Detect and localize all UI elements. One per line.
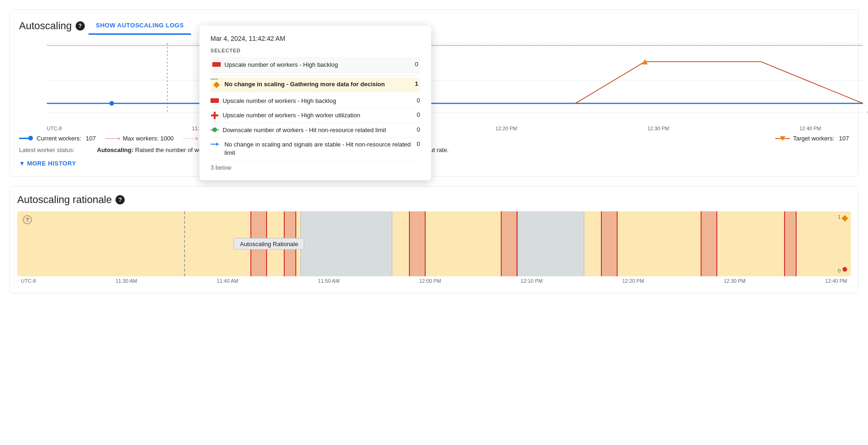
tooltip-item-0-content: Upscale number of workers - High backlog	[212, 61, 409, 69]
svg-rect-18	[213, 82, 220, 88]
rationale-chart: ? Autoscaling Rationale 1 0	[17, 211, 851, 276]
red-cross-icon	[211, 111, 219, 120]
svg-point-23	[212, 127, 217, 132]
target-workers-value: 107	[839, 135, 849, 142]
rationale-axis-utc: UTC-8	[21, 278, 36, 284]
rationale-axis-1210: 12:10 PM	[521, 278, 542, 284]
svg-marker-13	[196, 137, 198, 140]
rationale-help-icon[interactable]: ?	[115, 195, 125, 204]
rationale-red-band-5	[601, 211, 618, 276]
status-label: Latest worker status:	[19, 146, 93, 153]
tooltip-item-highlighted: No change in scaling - Gathering more da…	[211, 77, 420, 92]
more-history-button[interactable]: ▼ MORE HISTORY	[19, 158, 76, 169]
red-rect-icon-1	[211, 97, 219, 104]
section-header: Autoscaling ? SHOW AUTOSCALING LOGS	[19, 17, 849, 35]
tooltip-item-2-count: 0	[417, 111, 420, 118]
tooltip-divider: —	[211, 75, 420, 76]
tooltip-item-2-content: Upscale number of workers - High worker …	[211, 111, 411, 120]
tooltip-item-highlighted-text: No change in scaling - Gathering more da…	[224, 80, 409, 89]
legend-max-workers: Max workers: 1000	[105, 135, 174, 142]
rationale-question-icon: ?	[23, 215, 32, 224]
rationale-axis-1240: 12:40 PM	[825, 278, 847, 284]
rationale-axis-1200: 12:00 PM	[419, 278, 441, 284]
rationale-axis-1220: 12:20 PM	[622, 278, 644, 284]
rationale-axis-1150: 11:50 AM	[318, 278, 339, 284]
axis-label-1220: 12:20 PM	[495, 126, 517, 131]
rationale-diamond-marker	[842, 215, 848, 222]
tooltip-popup: Mar 4, 2024, 11:42:42 AM SELECTED Upscal…	[199, 25, 431, 180]
tooltip-item-0: Upscale number of workers - High backlog…	[211, 57, 420, 73]
legend-target-workers: Target workers: 107	[775, 135, 849, 142]
legend-row: Current workers: 107 Max workers: 1000 M…	[19, 135, 849, 142]
help-icon[interactable]: ?	[76, 21, 85, 31]
tooltip-item-4-text: No change in scaling and signals are sta…	[224, 140, 411, 157]
legend-current-workers: Current workers: 107	[19, 135, 96, 142]
rationale-y-min: 0	[838, 268, 841, 273]
tooltip-item-2: Upscale number of workers - High worker …	[211, 108, 420, 123]
svg-marker-25	[216, 142, 219, 146]
rationale-section: Autoscaling rationale ? ? Autoscaling Ra…	[9, 186, 859, 293]
tooltip-item-1-text: Upscale number of workers - High backlog	[223, 97, 411, 105]
tooltip-item-3-text: Downscale number of workers - Hit non-re…	[223, 126, 411, 134]
more-history-label: MORE HISTORY	[27, 160, 76, 167]
red-rect-icon-0	[212, 61, 221, 68]
axis-label-1230: 12:30 PM	[647, 126, 669, 131]
tooltip-item-highlighted-content: No change in scaling - Gathering more da…	[212, 80, 409, 89]
max-workers-icon	[105, 136, 120, 141]
rationale-title: Autoscaling rationale	[17, 194, 112, 206]
tooltip-item-0-text: Upscale number of workers - High backlog	[224, 61, 409, 69]
current-workers-value: 107	[86, 135, 96, 142]
tooltip-item-1-count: 0	[417, 97, 420, 104]
tooltip-item-4: No change in scaling and signals are sta…	[211, 138, 420, 160]
axis-label-1240: 12:40 PM	[799, 126, 821, 131]
svg-point-4	[109, 101, 114, 106]
svg-rect-19	[211, 98, 219, 103]
rationale-red-band-7	[784, 211, 797, 276]
tooltip-selected-label: SELECTED	[211, 48, 420, 53]
tooltip-item-1: Upscale number of workers - High backlog…	[211, 94, 420, 108]
current-workers-label: Current workers:	[37, 135, 81, 142]
tooltip-below: 3 below	[211, 164, 420, 171]
blue-arrow-icon	[211, 141, 221, 147]
rationale-axis-1130: 11:30 AM	[115, 278, 137, 284]
green-circle-icon	[211, 127, 219, 133]
rationale-axis-1140: 11:40 AM	[217, 278, 238, 284]
tooltip-item-4-content: No change in scaling and signals are sta…	[211, 140, 411, 157]
chevron-down-icon: ▼	[19, 160, 25, 167]
tooltip-item-1-content: Upscale number of workers - High backlog	[211, 97, 411, 105]
svg-rect-16	[212, 62, 219, 67]
autoscaling-title: Autoscaling	[19, 20, 72, 32]
rationale-y-max: 1	[838, 214, 841, 220]
legend-current-dot	[28, 136, 33, 140]
orange-diamond-icon	[212, 81, 221, 89]
tooltip-timestamp: Mar 4, 2024, 11:42:42 AM	[211, 35, 420, 42]
target-workers-icon	[775, 136, 790, 141]
legend-current-line	[19, 138, 32, 139]
status-row: Latest worker status: Autoscaling: Raise…	[19, 146, 849, 153]
page-container: Autoscaling ? SHOW AUTOSCALING LOGS	[0, 0, 868, 445]
min-workers-icon	[183, 136, 198, 141]
chart-x-axis: UTC-8 11:30 AM 11:40 AM 12:20 PM 12:30 P…	[19, 126, 849, 131]
svg-rect-21	[211, 114, 218, 116]
rationale-dashed-line	[184, 211, 185, 276]
svg-marker-11	[118, 137, 120, 140]
chart-svg: 1,000 0	[19, 38, 849, 122]
rationale-red-band-4	[501, 211, 517, 276]
rationale-tooltip-label: Autoscaling Rationale	[234, 238, 304, 250]
target-workers-label: Target workers:	[793, 135, 834, 142]
rationale-blue-band-2	[517, 211, 584, 276]
tooltip-item-3: Downscale number of workers - Hit non-re…	[211, 123, 420, 138]
tooltip-item-highlighted-count: 1	[415, 80, 418, 87]
max-workers-label: Max workers: 1000	[123, 135, 174, 142]
tooltip-item-4-count: 0	[417, 140, 420, 147]
chart-wrapper: 1,000 0 UTC-8 11:30 AM 11:40 AM 12:20 PM…	[19, 38, 849, 131]
tooltip-item-0-count: 0	[415, 61, 418, 68]
show-logs-button[interactable]: SHOW AUTOSCALING LOGS	[89, 17, 191, 35]
rationale-red-band-3	[409, 211, 426, 276]
tooltip-item-2-text: Upscale number of workers - High worker …	[223, 111, 411, 120]
rationale-axis-1230: 12:30 PM	[724, 278, 746, 284]
rationale-blue-band-1	[300, 211, 392, 276]
tooltip-item-3-count: 0	[417, 126, 420, 133]
tooltip-item-3-content: Downscale number of workers - Hit non-re…	[211, 126, 411, 134]
autoscaling-section: Autoscaling ? SHOW AUTOSCALING LOGS	[9, 9, 859, 177]
